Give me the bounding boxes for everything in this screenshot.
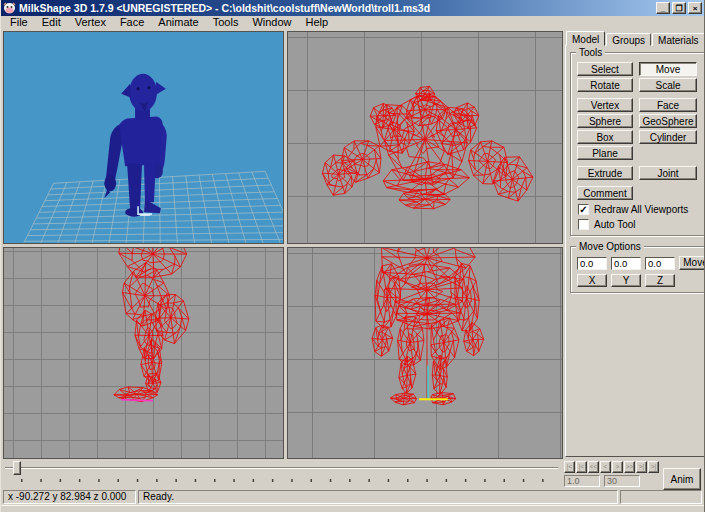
timeline-thumb[interactable] — [13, 461, 21, 475]
menu-face[interactable]: Face — [113, 16, 151, 29]
vertex-button[interactable]: Vertex — [577, 98, 633, 112]
restore-button[interactable]: ❐ — [672, 2, 686, 14]
timeline-ruler — [3, 475, 560, 486]
rotate-button[interactable]: Rotate — [577, 78, 633, 92]
menu-file[interactable]: File — [3, 16, 35, 29]
tab-groups[interactable]: Groups — [606, 33, 651, 46]
menu-tools[interactable]: Tools — [206, 16, 246, 29]
status-message: Ready. — [138, 490, 618, 504]
timeline-left — [1, 459, 562, 488]
prev-keyframe-button[interactable]: |< — [576, 461, 587, 473]
menu-help[interactable]: Help — [299, 16, 336, 29]
tools-legend: Tools — [576, 47, 605, 58]
move-options-groupbox: Move Options Move X Y Z — [570, 246, 705, 293]
extrude-button[interactable]: Extrude — [577, 166, 633, 180]
viewport-top[interactable] — [287, 31, 563, 244]
rewind-button[interactable]: << — [588, 461, 599, 473]
menu-animate[interactable]: Animate — [151, 16, 205, 29]
timeline-track — [5, 467, 558, 469]
auto-tool-label: Auto Tool — [594, 219, 636, 230]
viewport-side[interactable] — [3, 247, 284, 459]
titlebar[interactable]: MilkShape 3D 1.7.9 <UNREGISTERED> - C:\o… — [1, 0, 704, 16]
select-button[interactable]: Select — [577, 62, 633, 76]
viewport-perspective[interactable] — [3, 31, 284, 244]
front-canvas — [288, 248, 562, 458]
box-button[interactable]: Box — [577, 130, 633, 144]
window-bottom-edge — [1, 505, 704, 512]
perspective-canvas — [4, 32, 283, 243]
geosphere-button[interactable]: GeoSphere — [639, 114, 697, 128]
prev-frame-button[interactable]: < — [600, 461, 611, 473]
timeline-slider[interactable] — [3, 461, 560, 475]
viewport-front[interactable] — [287, 247, 563, 459]
main-area: Model Groups Materials Joints Tools Sele… — [1, 29, 704, 459]
viewport-area — [1, 29, 564, 459]
side-panel: Model Groups Materials Joints Tools Sele… — [564, 29, 705, 459]
window-title: MilkShape 3D 1.7.9 <UNREGISTERED> - C:\o… — [19, 2, 653, 14]
timeline-controls: |< |< << < > >> >| >| Anim — [562, 459, 704, 488]
move-button[interactable]: Move — [639, 62, 697, 76]
comment-button[interactable]: Comment — [577, 186, 633, 200]
troll-wireframe-top — [322, 86, 533, 208]
forward-button[interactable]: >> — [624, 461, 635, 473]
tab-bar: Model Groups Materials Joints — [565, 31, 705, 46]
sphere-button[interactable]: Sphere — [577, 114, 633, 128]
move-options-legend: Move Options — [576, 241, 644, 252]
first-frame-button[interactable]: |< — [564, 461, 575, 473]
menu-bar: File Edit Vertex Face Animate Tools Wind… — [1, 16, 704, 29]
next-keyframe-button[interactable]: >| — [636, 461, 647, 473]
current-frame-field[interactable] — [564, 475, 600, 487]
model-tab-pane: Tools Select Move Rotate Scale Vertex Fa… — [565, 45, 705, 457]
next-frame-button[interactable]: > — [612, 461, 623, 473]
move-apply-button[interactable]: Move — [679, 256, 705, 270]
minimize-button[interactable]: _ — [656, 2, 670, 14]
milkshape-window: MilkShape 3D 1.7.9 <UNREGISTERED> - C:\o… — [0, 0, 705, 512]
window-controls: _ ❐ × — [656, 2, 702, 14]
face-button[interactable]: Face — [639, 98, 697, 112]
plane-button[interactable]: Plane — [577, 146, 633, 160]
status-coordinates: x -90.272 y 82.984 z 0.000 — [3, 490, 136, 504]
axis-z-button[interactable]: Z — [645, 274, 675, 287]
troll-wireframe-side — [114, 248, 189, 401]
close-button[interactable]: × — [688, 2, 702, 14]
menu-edit[interactable]: Edit — [35, 16, 68, 29]
total-frames-field[interactable] — [604, 475, 640, 487]
move-y-field[interactable] — [611, 257, 641, 270]
redraw-all-viewports-label: Redraw All Viewports — [594, 204, 688, 215]
scale-button[interactable]: Scale — [639, 78, 697, 92]
redraw-all-viewports-checkbox[interactable]: ✓ — [578, 204, 589, 215]
move-z-field[interactable] — [645, 257, 675, 270]
menu-window[interactable]: Window — [245, 16, 298, 29]
tab-materials[interactable]: Materials — [652, 33, 705, 46]
anim-button[interactable]: Anim — [663, 468, 701, 490]
axis-x-button[interactable]: X — [577, 274, 607, 287]
origin-marker-magenta — [121, 400, 153, 401]
side-canvas — [4, 248, 283, 458]
last-frame-button[interactable]: >| — [648, 461, 659, 473]
top-canvas — [288, 32, 562, 243]
tab-model[interactable]: Model — [566, 31, 605, 46]
move-x-field[interactable] — [577, 257, 607, 270]
joint-button[interactable]: Joint — [639, 166, 697, 180]
cylinder-button[interactable]: Cylinder — [639, 130, 697, 144]
status-right-panel — [620, 490, 702, 504]
tools-groupbox: Tools Select Move Rotate Scale Vertex Fa… — [570, 52, 705, 236]
status-bar: x -90.272 y 82.984 z 0.000 Ready. — [1, 488, 704, 505]
timeline-bar: |< |< << < > >> >| >| Anim — [1, 459, 704, 488]
menu-vertex[interactable]: Vertex — [68, 16, 113, 29]
app-icon — [3, 2, 16, 15]
troll-model-shaded — [104, 74, 167, 217]
auto-tool-checkbox[interactable] — [578, 219, 589, 230]
axis-y-button[interactable]: Y — [611, 274, 641, 287]
